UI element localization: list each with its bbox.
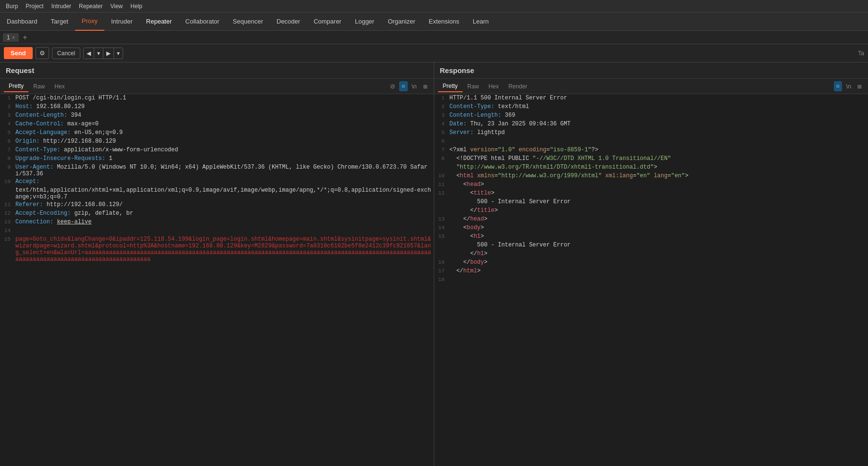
- line-content: Date: Thu, 23 Jan 2025 09:04:36 GMT: [448, 120, 868, 128]
- code-line: 15page=Goto_chidx&langChange=0&ipaddr=12…: [0, 235, 434, 263]
- tab-logger[interactable]: Logger: [348, 12, 381, 31]
- line-content: Cache-Control: max-age=0: [13, 120, 434, 128]
- tab-dashboard[interactable]: Dashboard: [0, 12, 44, 31]
- sub-tab-label: 1: [7, 34, 10, 41]
- tab-target[interactable]: Target: [44, 12, 75, 31]
- tab-repeater[interactable]: Repeater: [139, 12, 178, 31]
- line-number: [434, 250, 448, 251]
- menu-burp[interactable]: Burp: [2, 2, 22, 11]
- tab-organizer[interactable]: Organizer: [381, 12, 422, 31]
- line-content: Accept-Language: en-US,en;q=0.9: [13, 129, 434, 136]
- navigation-buttons: ◀ ▾ ▶ ▾: [83, 48, 123, 59]
- response-code-line-cont: </h1>: [434, 250, 868, 258]
- line-number: 8: [434, 155, 448, 162]
- response-view-tabs: Pretty Raw Hex Render ≡ \n ≣: [434, 79, 868, 94]
- response-tab-raw[interactable]: Raw: [463, 81, 484, 92]
- send-button[interactable]: Send: [4, 47, 33, 59]
- response-word-wrap-icon[interactable]: ≡: [834, 81, 843, 91]
- code-line: 14: [0, 227, 434, 235]
- menu-repeater[interactable]: Repeater: [75, 2, 106, 11]
- line-content: HTTP/1.1 500 Internal Server Error: [448, 94, 868, 102]
- line-number: 6: [0, 137, 13, 145]
- response-tab-hex[interactable]: Hex: [484, 81, 503, 92]
- request-tab-raw[interactable]: Raw: [28, 81, 50, 92]
- code-line: 9User-Agent: Mozilla/5.0 (Windows NT 10.…: [0, 163, 434, 178]
- line-content: <!DOCTYPE html PUBLIC "-//W3C//DTD XHTML…: [448, 155, 868, 162]
- content-area: Request Pretty Raw Hex ⊘ ≡ \n ≣ 1POST /c…: [0, 62, 868, 466]
- line-content: page=Goto_chidx&langChange=0&ipaddr=125.…: [13, 235, 434, 263]
- response-code-line-cont: 500 - Internal Server Error: [434, 241, 868, 250]
- line-content: [448, 137, 868, 138]
- response-code-line-cont: "http://www.w3.org/TR/xhtml1/DTD/xhtml1-…: [434, 163, 868, 172]
- response-code-line: 5Server: lighttpd: [434, 129, 868, 137]
- response-code-line: 10 <html xmlns="http://www.w3.org/1999/x…: [434, 172, 868, 181]
- response-code-line: 18: [434, 276, 868, 284]
- request-view-icons: ⊘ ≡ \n ≣: [388, 81, 429, 91]
- line-number: 14: [0, 227, 13, 234]
- close-tab-icon[interactable]: ×: [12, 35, 15, 40]
- line-number: 12: [0, 209, 13, 217]
- line-content: Connection: keep-alive: [13, 218, 434, 226]
- response-code-line: 1HTTP/1.1 500 Internal Server Error: [434, 94, 868, 103]
- tab-comparer[interactable]: Comparer: [307, 12, 348, 31]
- line-number: 3: [0, 111, 13, 119]
- menu-intruder[interactable]: Intruder: [48, 2, 75, 11]
- line-number: 18: [434, 276, 448, 283]
- add-tab-button[interactable]: +: [20, 33, 30, 42]
- line-content: </body>: [448, 258, 868, 266]
- menu-help[interactable]: Help: [126, 2, 146, 11]
- more-options-icon[interactable]: ≣: [421, 82, 430, 91]
- line-content: 500 - Internal Server Error: [448, 198, 868, 206]
- tab-sequencer[interactable]: Sequencer: [226, 12, 270, 31]
- cancel-button[interactable]: Cancel: [52, 48, 80, 59]
- response-code-line-cont: </title>: [434, 207, 868, 215]
- request-code-area[interactable]: 1POST /cgi-bin/login.cgi HTTP/1.12Host: …: [0, 94, 434, 466]
- line-number: 13: [0, 218, 13, 225]
- tab-learn[interactable]: Learn: [466, 12, 495, 31]
- response-code-area[interactable]: 1HTTP/1.1 500 Internal Server Error2Cont…: [434, 94, 868, 466]
- line-number: 11: [434, 181, 448, 188]
- repeater-tab-1[interactable]: 1 ×: [3, 33, 19, 42]
- code-line: 8Upgrade-Insecure-Requests: 1: [0, 155, 434, 163]
- ta-label: Ta: [858, 50, 864, 57]
- nav-forward-button[interactable]: ▶: [103, 48, 114, 59]
- line-content: </html>: [448, 267, 868, 275]
- tab-decoder[interactable]: Decoder: [270, 12, 307, 31]
- nav-back-dropdown[interactable]: ▾: [94, 48, 103, 59]
- request-tab-pretty[interactable]: Pretty: [4, 81, 28, 92]
- request-tab-hex[interactable]: Hex: [50, 81, 69, 92]
- line-number: 15: [0, 235, 13, 243]
- response-tab-render[interactable]: Render: [503, 81, 532, 92]
- line-content: "http://www.w3.org/TR/xhtml1/DTD/xhtml1-…: [448, 163, 868, 171]
- tab-collaborator[interactable]: Collaborator: [178, 12, 226, 31]
- response-code-line: 2Content-Type: text/html: [434, 103, 868, 111]
- line-number: [434, 163, 448, 165]
- line-number: [434, 207, 448, 208]
- no-wrap-icon[interactable]: ⊘: [388, 82, 397, 91]
- line-content: Accept-Encoding: gzip, deflate, br: [13, 209, 434, 217]
- word-wrap-icon[interactable]: ≡: [399, 81, 408, 91]
- line-content: Content-Type: application/x-www-form-url…: [13, 146, 434, 154]
- response-newlines-icon[interactable]: \n: [844, 82, 853, 91]
- nav-forward-dropdown[interactable]: ▾: [114, 48, 123, 59]
- line-number: 11: [0, 201, 13, 208]
- tab-extensions[interactable]: Extensions: [422, 12, 466, 31]
- menu-view[interactable]: View: [106, 2, 126, 11]
- line-content: [448, 276, 868, 277]
- line-content: <?xml version="1.0" encoding="iso-8859-1…: [448, 146, 868, 154]
- tab-proxy[interactable]: Proxy: [75, 12, 104, 31]
- menu-bar: Burp Project Intruder Repeater View Help: [0, 0, 868, 12]
- line-content: [13, 227, 434, 228]
- settings-button[interactable]: ⚙: [36, 47, 49, 59]
- menu-project[interactable]: Project: [22, 2, 47, 11]
- tab-intruder[interactable]: Intruder: [104, 12, 139, 31]
- newlines-icon[interactable]: \n: [410, 82, 419, 91]
- response-more-options-icon[interactable]: ≣: [855, 82, 864, 91]
- line-number: 17: [434, 267, 448, 274]
- response-view-icons: ≡ \n ≣: [834, 81, 864, 91]
- line-number: 8: [0, 155, 13, 162]
- line-content: 500 - Internal Server Error: [448, 241, 868, 249]
- line-content: Server: lighttpd: [448, 129, 868, 136]
- response-tab-pretty[interactable]: Pretty: [438, 81, 463, 92]
- nav-back-button[interactable]: ◀: [84, 48, 94, 59]
